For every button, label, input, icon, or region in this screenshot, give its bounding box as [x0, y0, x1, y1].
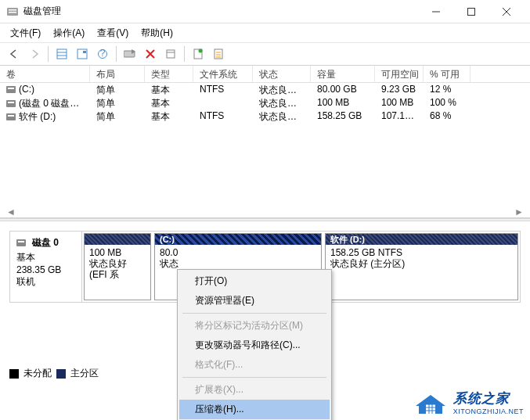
ctx-extend: 扩展卷(X)... — [179, 380, 330, 400]
watermark-icon — [413, 390, 449, 415]
svg-rect-5 — [78, 49, 87, 59]
col-filesystem[interactable]: 文件系统 — [193, 66, 253, 82]
minimize-button[interactable] — [418, 1, 453, 23]
ctx-format: 格式化(F)... — [179, 355, 330, 375]
partition-title — [85, 234, 150, 245]
svg-text:?: ? — [100, 48, 106, 59]
view-2-button[interactable] — [73, 45, 92, 63]
col-capacity[interactable]: 容量 — [311, 66, 375, 82]
new-button[interactable] — [189, 45, 207, 63]
partition-efi[interactable]: 100 MB 状态良好 (EFI 系 — [84, 233, 151, 300]
disk-icon — [16, 239, 26, 246]
delete-button[interactable] — [141, 45, 160, 63]
table-header: 卷 布局 类型 文件系统 状态 容量 可用空间 % 可用 — [0, 66, 530, 83]
disk-size: 238.35 GB — [16, 264, 75, 275]
partition-status: 状态良好 (主分区) — [330, 258, 513, 269]
maximize-button[interactable] — [453, 1, 489, 23]
svg-rect-10 — [167, 50, 175, 58]
partition-title: (C:) — [155, 234, 321, 245]
disk-tool-button[interactable] — [121, 45, 139, 63]
swatch-primary — [56, 369, 66, 379]
col-volume[interactable]: 卷 — [0, 66, 90, 82]
watermark-url: XITONGZHIJIA.NET — [453, 407, 524, 415]
col-status[interactable]: 状态 — [253, 66, 311, 82]
partition-status: 状态良好 (EFI 系 — [89, 258, 146, 280]
col-free[interactable]: 可用空间 — [375, 66, 424, 82]
separator — [116, 46, 117, 62]
view-list-button[interactable] — [52, 45, 71, 63]
partition-d[interactable]: 软件 (D:) 158.25 GB NTFS 状态良好 (主分区) — [325, 233, 518, 300]
scrollbar[interactable]: ◄► — [6, 206, 524, 217]
menu-file[interactable]: 文件(F) — [5, 24, 46, 42]
svg-rect-4 — [57, 49, 67, 59]
menu-action[interactable]: 操作(A) — [48, 24, 90, 42]
svg-point-12 — [199, 49, 203, 53]
partition-status: 状态 — [160, 258, 316, 269]
separator — [184, 46, 185, 62]
legend-unallocated: 未分配 — [23, 367, 52, 380]
svg-rect-6 — [83, 51, 86, 53]
disk-info[interactable]: 磁盘 0 基本 238.35 GB 联机 — [10, 232, 82, 302]
ctx-open[interactable]: 打开(O) — [179, 271, 330, 291]
menubar: 文件(F) 操作(A) 查看(V) 帮助(H) — [0, 23, 530, 42]
partition-title: 软件 (D:) — [326, 234, 517, 245]
ctx-change-letter[interactable]: 更改驱动器号和路径(C)... — [179, 336, 330, 355]
col-type[interactable]: 类型 — [145, 66, 193, 82]
separator — [182, 377, 326, 378]
titlebar: 磁盘管理 — [0, 0, 530, 23]
menu-view[interactable]: 查看(V) — [92, 24, 134, 42]
col-percent[interactable]: % 可用 — [424, 66, 471, 82]
col-layout[interactable]: 布局 — [90, 66, 145, 82]
close-button[interactable] — [489, 1, 524, 23]
forward-button[interactable] — [25, 45, 44, 63]
settings-button[interactable] — [209, 45, 228, 63]
partition-size: 100 MB — [89, 247, 146, 258]
ctx-explorer[interactable]: 资源管理器(E) — [179, 291, 330, 311]
svg-rect-3 — [467, 8, 474, 15]
properties-button[interactable] — [161, 45, 180, 63]
swatch-unallocated — [9, 369, 19, 379]
window-title: 磁盘管理 — [23, 5, 418, 18]
app-icon — [6, 5, 19, 18]
toolbar: ? — [0, 42, 530, 66]
partition-size: 80.0 — [160, 247, 316, 258]
separator — [182, 313, 326, 314]
ctx-mark-active: 将分区标记为活动分区(M) — [179, 316, 330, 336]
disk-type: 基本 — [16, 251, 75, 264]
svg-rect-2 — [9, 12, 16, 13]
svg-rect-14 — [426, 404, 435, 414]
legend-primary: 主分区 — [70, 367, 99, 380]
table-row[interactable]: 软件 (D:)简单基本NTFS状态良好 (...158.25 GB107.18 … — [0, 109, 530, 123]
watermark-name: 系统之家 — [453, 389, 524, 407]
svg-rect-1 — [9, 9, 16, 11]
ctx-shrink[interactable]: 压缩卷(H)... — [179, 400, 330, 419]
separator — [48, 46, 49, 62]
table-row[interactable]: (磁盘 0 磁盘分区 1)简单基本状态良好 (...100 MB100 MB10… — [0, 96, 530, 109]
table-row[interactable]: (C:)简单基本NTFS状态良好 (...80.00 GB9.23 GB12 % — [0, 83, 530, 96]
partition-size: 158.25 GB NTFS — [330, 247, 513, 258]
menu-help[interactable]: 帮助(H) — [135, 24, 178, 42]
volume-list: 卷 布局 类型 文件系统 状态 容量 可用空间 % 可用 (C:)简单基本NTF… — [0, 66, 530, 218]
disk-status: 联机 — [16, 275, 75, 289]
watermark: 系统之家 XITONGZHIJIA.NET — [413, 389, 524, 415]
back-button[interactable] — [5, 45, 23, 63]
disk-name: 磁盘 0 — [32, 236, 59, 249]
context-menu: 打开(O) 资源管理器(E) 将分区标记为活动分区(M) 更改驱动器号和路径(C… — [177, 269, 332, 420]
help-button[interactable]: ? — [93, 45, 112, 63]
